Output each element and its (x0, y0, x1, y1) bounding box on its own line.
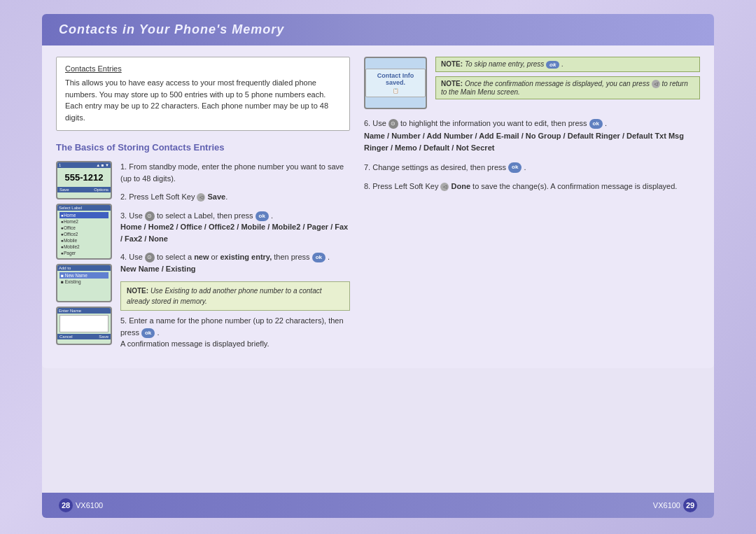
screen2-row1: ●Home (59, 212, 108, 218)
phone-screen-4: Enter Name Cancel Save (56, 307, 112, 345)
right-column: Contact Info saved. 📋 NOTE: To skip name… (364, 57, 700, 357)
contact-info-icon: 📋 (370, 88, 421, 94)
left-column: Contacts Entries This allows you to have… (56, 57, 350, 357)
contact-info-image: Contact Info saved. 📋 (364, 57, 427, 109)
step2-bold: Save (208, 192, 226, 201)
screen3-row1: ■ New Name (59, 272, 108, 279)
note-skip-text: To skip name entry, press (465, 60, 546, 68)
contact-info-inner: Contact Info saved. 📋 (365, 69, 426, 97)
ok-button-4: ok (312, 253, 326, 262)
step6-options: Name / Number / Add Number / Add E-mail … (364, 132, 684, 153)
step8-text: to save the change(s). A confirmation me… (472, 182, 677, 190)
screen2-row5: ●Mobile (59, 237, 108, 244)
note-skip: NOTE: To skip name entry, press ok . (435, 57, 700, 72)
ok-button-6: ok (589, 119, 603, 129)
page-number-left: 28 (59, 498, 73, 512)
note-step4-text: Use Existing to add another phone number… (127, 287, 322, 305)
contacts-entries-title: Contacts Entries (65, 64, 341, 73)
softkey-done-icon: ◁ (440, 183, 449, 191)
ok-button-note1: ok (546, 61, 559, 69)
screen1-number: 555-1212 (59, 169, 108, 185)
phone-screen-1: 1 ▲ ■ ▼ 555-1212 Save Options (56, 161, 112, 199)
screen2-row6: ●Mobile2 (59, 244, 108, 250)
screen3-row2: ■ Existing (59, 279, 108, 285)
screen4-bottombar: Cancel Save (57, 334, 111, 339)
screen2-topbar: Select Label (57, 205, 111, 211)
step4-sublabel: New Name / Existing (120, 265, 196, 273)
step-3: 3. Use ⊙ to select a Label, then press o… (120, 210, 350, 245)
step-5: 5. Enter a name for the phone number (up… (120, 315, 350, 350)
step5-after: A confirmation message is displayed brie… (120, 339, 270, 348)
step4-middle: to select a new or existing entry, then … (157, 253, 312, 261)
screen2-row4: ●Office2 (59, 231, 108, 237)
basics-section-title: The Basics of Storing Contacts Entries (56, 142, 350, 153)
step4-text: Use (129, 253, 145, 261)
step6-text: to highlight the information you want to… (400, 119, 589, 127)
contacts-entries-box: Contacts Entries This allows you to have… (56, 57, 350, 131)
footer: 28 VX6100 VX6100 29 (42, 493, 714, 518)
screen2-row2: ●Home2 (59, 218, 108, 225)
ok-button-3: ok (255, 211, 269, 221)
screen4-topbar: Enter Name (57, 308, 111, 314)
model-left: VX6100 (76, 501, 103, 510)
screen2-row3: ●Office (59, 225, 108, 231)
steps-container: 1 ▲ ■ ▼ 555-1212 Save Options Select Lab… (56, 161, 350, 357)
contact-info-title: Contact Info saved. (370, 72, 421, 86)
page-number-right: 29 (683, 498, 697, 512)
content-area: Contacts Entries This allows you to have… (42, 45, 714, 368)
screen4-input (59, 315, 108, 332)
title-bar: Contacts in Your Phone's Memory (42, 14, 714, 45)
step-2: 2. Press Left Soft Key ◁ Save. (120, 191, 350, 203)
phone-screen-3: Add to ■ New Name ■ Existing (56, 264, 112, 302)
page-container: Contacts in Your Phone's Memory Contacts… (42, 14, 714, 518)
phone-screen-2: Select Label ●Home ●Home2 ●Office ●Offic… (56, 204, 112, 260)
contacts-entries-text: This allows you to have easy access to y… (65, 77, 341, 123)
step8-bold: Done (451, 182, 471, 190)
step3-text: Use (129, 211, 145, 220)
screen3-topbar: Add to (57, 265, 111, 271)
right-top: Contact Info saved. 📋 NOTE: To skip name… (364, 57, 700, 109)
note-column: NOTE: To skip name entry, press ok . NOT… (435, 57, 700, 109)
screen1-topbar: 1 ▲ ■ ▼ (57, 162, 111, 168)
note-confirmation-text: Once the confirmation message is display… (465, 80, 652, 87)
note-step4: NOTE: Use Existing to add another phone … (120, 281, 350, 311)
nav-icon-6: ⊙ (388, 119, 398, 129)
step2-text: Press Left Soft Key (129, 192, 195, 201)
right-step-6: 6. Use ⊙ to highlight the information yo… (364, 118, 700, 155)
screen1-bottombar: Save Options (57, 187, 111, 192)
step3-options: Home / Home2 / Office / Office2 / Mobile… (120, 223, 348, 243)
footer-right: VX6100 29 (653, 498, 697, 512)
phone-screens: 1 ▲ ■ ▼ 555-1212 Save Options Select Lab… (56, 161, 112, 357)
right-step-7: 7. Change settings as desired, then pres… (364, 162, 700, 174)
step3-middle: to select a Label, then press (157, 211, 255, 220)
right-step-8: 8. Press Left Soft Key ◁ Done to save th… (364, 181, 700, 193)
softkey-save-icon: ◁ (197, 193, 205, 202)
step-4: 4. Use ⊙ to select a new or existing ent… (120, 251, 350, 274)
steps-text: 1. From standby mode, enter the phone nu… (120, 161, 350, 357)
ok-button-7: ok (508, 162, 522, 173)
page-title: Contacts in Your Phone's Memory (59, 22, 697, 37)
step1-text: From standby mode, enter the phone numbe… (120, 162, 344, 183)
nav-icon-3: ⊙ (145, 211, 155, 221)
ok-button-5: ok (141, 328, 155, 338)
screen2-row7: ●Pager (59, 250, 108, 256)
right-steps: 6. Use ⊙ to highlight the information yo… (364, 118, 700, 193)
softkey-return-icon: ◁ (652, 80, 660, 88)
footer-left: 28 VX6100 (59, 498, 103, 512)
step-1: 1. From standby mode, enter the phone nu… (120, 161, 350, 184)
nav-icon-4: ⊙ (145, 253, 155, 262)
note-confirmation: NOTE: Once the confirmation message is d… (435, 76, 700, 99)
model-right: VX6100 (653, 501, 680, 510)
